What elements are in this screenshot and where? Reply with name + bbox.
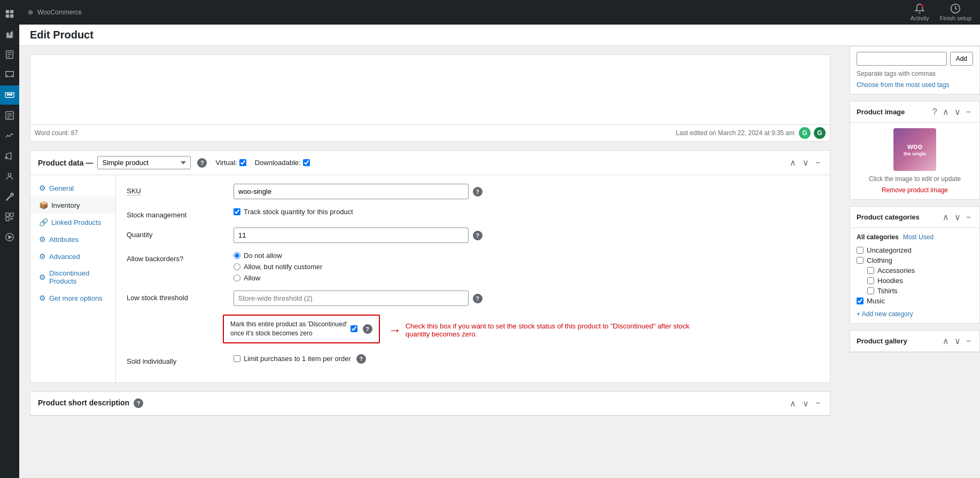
backorders-radio-1[interactable] [234,252,240,259]
short-description-header: Product short description ? ∧ ∨ − [30,392,830,416]
product-categories-title: Product categories [857,213,920,221]
tab-attributes[interactable]: ⚙ Attributes [30,231,115,248]
backorders-option-1[interactable]: Do not allow [234,252,819,260]
downloadable-checkbox[interactable] [303,159,310,166]
low-stock-input[interactable] [234,291,469,306]
expand-down-btn[interactable]: ∨ [800,156,811,169]
tags-hint: Separate tags with commas [857,70,973,77]
cat-checkbox-uncategorized[interactable] [857,247,864,254]
quantity-label: Quantity [127,228,223,239]
icon-sidebar [0,0,19,478]
product-image-up-btn[interactable]: ∧ [940,106,951,118]
gallery-collapse-btn[interactable]: − [964,335,973,347]
tab-attributes-label: Attributes [49,236,79,244]
backorders-option-2[interactable]: Allow, but notify customer [234,263,819,271]
tab-discontinued[interactable]: ⚙ Discontinued Products [30,265,115,289]
most-used-tab[interactable]: Most Used [903,233,934,241]
cat-checkbox-accessories[interactable] [867,267,874,274]
category-tabs: All categories Most Used [857,233,973,241]
quantity-input[interactable] [234,228,469,243]
product-data-body: ⚙ General 📦 Inventory 🔗 Linked Products [30,175,830,382]
customers-icon[interactable] [0,167,19,186]
product-image-collapse-btn[interactable]: − [964,106,973,118]
activity-button[interactable]: Activity [911,3,929,21]
tools-icon[interactable] [0,187,19,206]
tab-inventory[interactable]: 📦 Inventory [30,197,115,214]
quantity-help-icon[interactable]: ? [473,231,483,240]
cat-checkbox-hoodies[interactable] [867,277,874,284]
stock-mgmt-checkbox[interactable] [234,208,240,215]
messages-icon[interactable] [0,65,19,84]
short-desc-help-icon[interactable]: ? [134,398,143,408]
short-desc-collapse-btn[interactable]: − [813,397,822,410]
categories-collapse-btn[interactable]: − [964,211,973,223]
product-type-select[interactable]: Simple product Variable product Grouped … [97,156,191,169]
tags-input[interactable] [857,52,947,66]
sku-help-icon[interactable]: ? [473,187,483,197]
product-type-help-icon[interactable]: ? [197,158,207,168]
cat-checkbox-music[interactable] [857,297,864,304]
short-desc-up-btn[interactable]: ∧ [788,397,798,410]
backorders-option-3[interactable]: Allow [234,274,819,282]
cat-label-accessories: Accessories [877,267,915,275]
grammar-icon[interactable]: G [799,127,811,139]
orders-icon[interactable] [0,45,19,64]
tab-linked[interactable]: 🔗 Linked Products [30,214,115,231]
wp-logo: ⊕ [28,9,33,16]
product-image-box: Product image ? ∧ ∨ − woo the single [850,101,980,200]
backorders-radio-2[interactable] [234,263,240,270]
editor-body[interactable] [30,55,830,124]
marketing-icon[interactable] [0,146,19,166]
expand-up-btn[interactable]: ∧ [788,156,798,169]
play-icon[interactable] [0,228,19,247]
spell-icon[interactable]: G [814,127,826,139]
product-image-thumbnail[interactable]: woo the single [893,128,936,171]
stock-mgmt-label: Stock management [127,208,223,219]
cat-checkbox-tshirts[interactable] [867,287,874,294]
all-categories-tab[interactable]: All categories [857,233,899,241]
tab-general[interactable]: ⚙ General [30,179,115,197]
product-tabs-nav: ⚙ General 📦 Inventory 🔗 Linked Products [30,175,116,382]
virtual-checkbox[interactable] [239,159,246,166]
posts-icon[interactable] [0,106,19,125]
gallery-up-btn[interactable]: ∧ [940,335,951,347]
sku-input[interactable] [234,184,469,199]
svg-rect-21 [10,213,13,216]
woo-icon[interactable] [0,85,19,105]
inventory-icon: 📦 [39,201,48,209]
stats-icon[interactable] [0,25,19,44]
gallery-down-btn[interactable]: ∨ [952,335,963,347]
extensions-icon[interactable] [0,207,19,226]
low-stock-help-icon[interactable]: ? [473,294,483,303]
discontinued-help-icon[interactable]: ? [363,324,372,334]
collapse-btn[interactable]: − [813,157,822,169]
product-image-down-btn[interactable]: ∨ [952,106,963,118]
most-used-tags-link[interactable]: Choose from the most used tags [857,81,949,89]
finish-setup-button[interactable]: Finish setup [940,3,971,21]
tags-input-row: Add [857,52,973,66]
product-data-meta: Virtual: Downloadable: [215,159,309,167]
tab-advanced[interactable]: ⚙ Advanced [30,248,115,265]
svg-rect-3 [10,14,13,18]
discontinued-box: Mark this entire product as 'Discontinue… [223,315,380,343]
svg-point-11 [7,94,9,96]
dashboard-icon[interactable] [0,4,19,23]
sold-individually-help-icon[interactable]: ? [356,354,366,364]
sku-label: SKU [127,184,223,195]
backorders-radio-3[interactable] [234,275,240,281]
tab-more-options[interactable]: ⚙ Get more options [30,289,115,307]
add-new-category-link[interactable]: + Add new category [857,310,973,318]
remove-image-link[interactable]: Remove product image [882,186,948,194]
sold-individually-checkbox[interactable] [234,355,240,362]
categories-down-btn[interactable]: ∨ [952,211,963,223]
attributes-icon: ⚙ [39,235,46,244]
backorders-label-2: Allow, but notify customer [244,263,322,271]
discontinued-checkbox[interactable] [351,325,357,332]
more-icon: ⚙ [39,294,46,302]
analytics-icon[interactable] [0,126,19,145]
tags-add-button[interactable]: Add [950,52,973,66]
product-image-help-btn[interactable]: ? [930,106,939,118]
short-desc-down-btn[interactable]: ∨ [800,397,811,410]
categories-up-btn[interactable]: ∧ [940,211,951,223]
cat-checkbox-clothing[interactable] [857,257,864,264]
